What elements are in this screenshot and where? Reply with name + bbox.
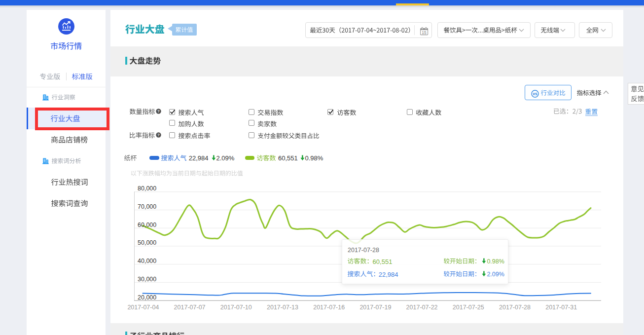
svg-text:2017-07-19: 2017-07-19 — [359, 304, 391, 311]
svg-text:vs: vs — [533, 91, 537, 96]
svg-text:80,000: 80,000 — [138, 185, 156, 192]
svg-text:2017-07-04: 2017-07-04 — [127, 304, 159, 311]
svg-text:?: ? — [157, 109, 160, 113]
svg-text:2017-07-07: 2017-07-07 — [174, 304, 206, 311]
svg-text:?: ? — [157, 133, 160, 137]
svg-text:30,000: 30,000 — [138, 276, 156, 283]
svg-text:2017-07-31: 2017-07-31 — [545, 304, 577, 311]
svg-text:20,000: 20,000 — [138, 294, 156, 301]
svg-text:70,000: 70,000 — [138, 203, 156, 210]
svg-text:40,000: 40,000 — [138, 258, 156, 264]
svg-text:2017-07-16: 2017-07-16 — [313, 304, 345, 311]
svg-text:2017-07-22: 2017-07-22 — [406, 304, 438, 311]
svg-text:60,000: 60,000 — [138, 222, 156, 228]
svg-text:15: 15 — [422, 30, 427, 35]
svg-text:50,000: 50,000 — [138, 239, 156, 246]
svg-text:2017-07-25: 2017-07-25 — [453, 304, 484, 311]
svg-text:2017-07-10: 2017-07-10 — [220, 304, 252, 311]
svg-text:2017-07-28: 2017-07-28 — [499, 304, 531, 311]
svg-text:2017-07-13: 2017-07-13 — [267, 304, 298, 311]
